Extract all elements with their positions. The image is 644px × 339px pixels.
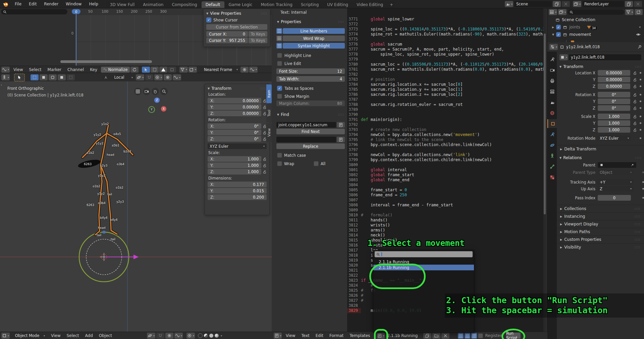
transform-icon[interactable] (168, 67, 176, 73)
text-datablock-dropdown[interactable]: ▾ (377, 333, 385, 339)
lock-icon[interactable] (633, 121, 637, 125)
render-layer-copy-icon[interactable] (625, 1, 633, 7)
pass-index-field[interactable]: 0 (598, 195, 631, 201)
toolbar-expand-icon[interactable]: › (1, 83, 2, 87)
transform-panel-header[interactable]: ▼Transform :::: (208, 86, 267, 91)
replace-button[interactable]: Replace (276, 143, 345, 149)
properties-tab-object[interactable] (547, 119, 557, 128)
pin-icon[interactable] (637, 45, 642, 49)
find-input[interactable]: joint.copper.y1o1.sacrum (276, 122, 336, 128)
proportional-edit-button[interactable] (165, 333, 173, 339)
editor-type-button[interactable]: ▾ (1, 333, 10, 339)
pan-hand-button[interactable] (152, 88, 159, 95)
keyframe-type-button[interactable] (240, 67, 249, 73)
eye-icon[interactable] (636, 32, 641, 37)
highlight-line-checkbox[interactable] (277, 53, 282, 58)
orientation-dropdown[interactable]: Local▾ (102, 74, 135, 80)
rotation-mode-dropdown[interactable]: XYZ Euler▾ (208, 143, 267, 149)
animate-dot[interactable] (640, 129, 641, 131)
sidebar-tab-tool[interactable]: Tool (266, 104, 272, 123)
text-menu-templates[interactable]: Templates (346, 333, 373, 338)
code-scrollbar-track[interactable] (543, 8, 546, 332)
run-script-button[interactable]: Run Script (506, 333, 521, 339)
lock-icon[interactable] (263, 170, 267, 174)
find-from-clipboard-icon[interactable] (337, 122, 345, 128)
axis-value-field[interactable]: Y:0° (208, 130, 261, 135)
properties-tab-texture[interactable] (547, 173, 557, 182)
text-datablock-name[interactable]: 2.1.1b Running (387, 333, 418, 338)
new-text-icon[interactable] (423, 333, 431, 339)
properties-tab-render[interactable] (547, 66, 557, 74)
rendered-shading-icon[interactable] (215, 334, 219, 338)
text-menu-edit[interactable]: Edit (313, 333, 326, 338)
animate-dot[interactable] (640, 122, 641, 124)
outliner-row[interactable]: ▶joints34▾ (547, 23, 644, 31)
open-text-icon[interactable] (432, 333, 440, 339)
select-mode-circle-button[interactable] (49, 74, 57, 80)
lock-icon[interactable] (633, 71, 637, 75)
workspace-tab-game-logic[interactable]: Game Logic (225, 1, 257, 8)
axis-value-field[interactable]: X:0.00000 (208, 98, 261, 104)
warning-icon[interactable] (159, 67, 167, 73)
word-wrap-toggle-icon[interactable] (465, 333, 470, 339)
animate-dot[interactable] (640, 107, 641, 109)
solid-shading-icon[interactable] (204, 334, 208, 338)
panel-visibility[interactable]: ▶Visibility:::: (557, 243, 644, 251)
workspace-tab-scripting[interactable]: Scripting (297, 1, 323, 8)
panel-grip[interactable]: :::: (261, 12, 267, 15)
workspace-tab-3d-view-full[interactable]: 3D View Full (106, 1, 139, 8)
unlink-text-icon[interactable] (441, 333, 449, 339)
axis-value-field[interactable]: Z:1.000 (208, 169, 261, 175)
grid-toggle-button[interactable] (134, 88, 142, 95)
cursor-y-field[interactable]: Cursor Y: 957.255 (206, 38, 248, 43)
normalize-refresh-button[interactable] (130, 67, 139, 73)
register-checkbox[interactable] (478, 333, 483, 338)
playhead-line[interactable] (76, 14, 76, 66)
to-keys-button[interactable]: To Keys (249, 31, 267, 37)
outliner-row[interactable]: Scene Collection (547, 16, 644, 23)
replace-input[interactable] (276, 137, 336, 142)
panel-grip[interactable]: :::: (635, 222, 641, 226)
viewport-menu-add[interactable]: Add (82, 333, 96, 338)
lock-icon[interactable] (633, 84, 637, 88)
render-layer-icon[interactable]: ▾ (573, 1, 581, 7)
blender-logo-icon[interactable] (3, 1, 8, 7)
graph-menu-key[interactable]: Key (87, 67, 100, 72)
gizmo-x-axis[interactable]: X (161, 106, 166, 112)
line-numbers-toggle[interactable]: Line Numbers (283, 28, 345, 34)
pivot-point-button[interactable]: ▾ (154, 74, 163, 80)
new-collection-button[interactable] (635, 9, 643, 15)
relations-panel-header[interactable]: ▼Relations:::: (559, 155, 641, 160)
panel-instancing[interactable]: ▶Instancing:::: (557, 212, 644, 220)
current-frame-badge[interactable]: 0 (72, 9, 80, 14)
scene-selector[interactable]: Scene (514, 1, 552, 7)
interpolation-button[interactable]: ▾ (249, 67, 258, 73)
new-workspace-tab[interactable]: + (387, 1, 395, 8)
viewport-menu-object[interactable]: Object (96, 333, 115, 338)
word-wrap-toggle[interactable]: Word Wrap (283, 36, 345, 41)
lock-icon[interactable] (633, 115, 637, 119)
axis-value-field[interactable]: Z:0.00000 (208, 111, 261, 116)
outliner-item-label[interactable]: Scene Collection (562, 17, 595, 22)
animate-dot[interactable] (640, 116, 641, 117)
property-value-field[interactable]: 1.000 (598, 114, 630, 119)
scene-copy-icon[interactable] (553, 1, 561, 7)
falloff-button[interactable]: ▾ (174, 333, 183, 339)
collapse-arrow-icon[interactable]: ▶ (552, 26, 554, 29)
graph-menu-channel[interactable]: Channel (64, 67, 87, 72)
property-value-field[interactable]: 0° (598, 105, 630, 111)
graph-menu-marker[interactable]: Marker (45, 67, 64, 72)
object-name-input[interactable]: y1y2.link.left.018 (569, 54, 641, 60)
tracking-axis-dropdown[interactable]: +Y▾ (598, 179, 634, 185)
outliner-row[interactable]: ▼movement (547, 31, 644, 38)
wrap-checkbox[interactable] (277, 161, 282, 166)
menu-render[interactable]: Render (40, 0, 62, 8)
scene-unlink-icon[interactable] (562, 1, 570, 7)
replace-from-clipboard-icon[interactable] (337, 137, 345, 142)
outliner-item-label[interactable]: movement (569, 32, 591, 37)
chevron-down-icon[interactable]: ▾ (639, 25, 641, 29)
scene-icon[interactable]: ▾ (505, 1, 513, 7)
lock-icon[interactable] (633, 128, 637, 132)
cursor-x-field[interactable]: Cursor X: 0 (206, 31, 248, 37)
panel-grip[interactable]: :::: (261, 87, 267, 90)
